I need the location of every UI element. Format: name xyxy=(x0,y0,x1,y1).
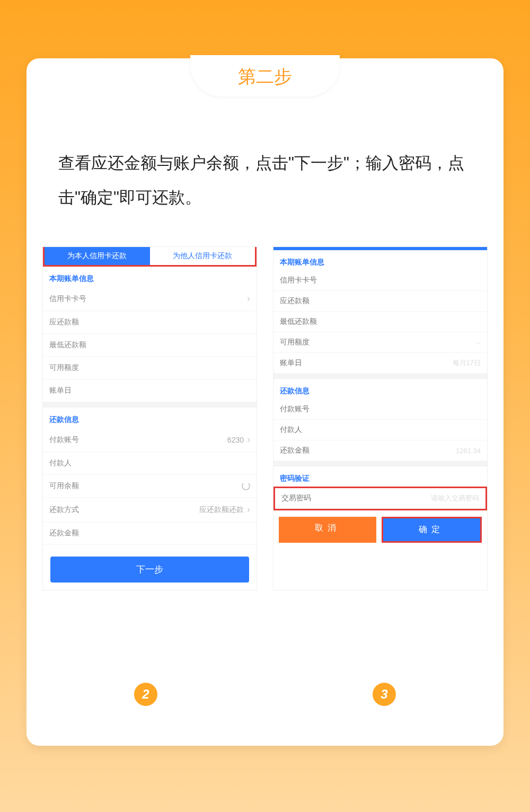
section-repay-info: 还款信息 xyxy=(273,379,487,399)
label-transaction-password: 交易密码 xyxy=(281,493,311,503)
value-bill-day: 每月17日 xyxy=(453,358,481,368)
row-bill-day: 账单日每月17日 xyxy=(273,353,487,374)
row-credit-limit: 可用额度 xyxy=(43,357,257,379)
row-credit-limit: 可用额度-- xyxy=(273,332,487,353)
label-payer: 付款人 xyxy=(280,425,302,435)
tab-self-repay[interactable]: 为本人信用卡还款 xyxy=(45,247,150,265)
row-card-number[interactable]: 信用卡卡号 › xyxy=(43,287,257,311)
cancel-button[interactable]: 取消 xyxy=(279,517,376,543)
screenshot-step-2: 为本人信用卡还款 为他人信用卡还款 本期账单信息 信用卡卡号 › 应还款额 最低… xyxy=(42,246,257,590)
label-pay-account: 付款账号 xyxy=(280,404,310,414)
screenshot-step-3: 本期账单信息 信用卡卡号 应还款额 最低还款额 可用额度-- 账单日每月17日 … xyxy=(273,246,488,590)
next-button[interactable]: 下一步 xyxy=(50,557,249,582)
row-repay-amount: 还款金额1261.34 xyxy=(273,440,487,461)
row-repay-method[interactable]: 还款方式 应还款额还款› xyxy=(43,498,257,522)
label-due-amount: 应还款额 xyxy=(49,317,79,327)
row-min-amount: 最低还款额 xyxy=(43,334,257,357)
repay-type-tabs: 为本人信用卡还款 为他人信用卡还款 xyxy=(43,247,257,267)
row-available-balance: 可用余额 xyxy=(43,475,257,498)
row-min-amount: 最低还款额 xyxy=(273,312,487,332)
row-due-amount: 应还款额 xyxy=(273,291,487,312)
value-pay-account: 6230 xyxy=(227,436,244,444)
tab-other-repay[interactable]: 为他人信用卡还款 xyxy=(150,247,255,265)
label-available-balance: 可用余额 xyxy=(49,481,79,491)
label-card-number: 信用卡卡号 xyxy=(280,276,317,285)
value-repay-method: 应还款额还款 xyxy=(199,505,244,515)
label-min-amount: 最低还款额 xyxy=(280,317,317,326)
label-repay-amount: 还款金额 xyxy=(49,528,79,538)
instruction-card: 第二步 查看应还金额与账户余额，点击"下一步"；输入密码，点击"确定"即可还款。… xyxy=(26,58,504,746)
row-payer: 付款人 xyxy=(43,452,257,475)
row-due-amount: 应还款额 xyxy=(43,311,257,334)
step-number-badges: 2 3 xyxy=(26,683,504,706)
badge-step-2: 2 xyxy=(134,683,157,706)
password-highlight-box: 交易密码 请输入交易密码 xyxy=(273,487,487,510)
refresh-icon[interactable] xyxy=(242,482,250,490)
label-min-amount: 最低还款额 xyxy=(49,340,86,350)
section-bill-info: 本期账单信息 xyxy=(273,250,487,270)
row-card-number: 信用卡卡号 xyxy=(273,270,487,291)
value-repay-amount: 1261.34 xyxy=(456,447,481,455)
chevron-right-icon: › xyxy=(247,434,250,445)
row-transaction-password[interactable]: 交易密码 请输入交易密码 xyxy=(275,488,485,509)
action-buttons: 取消 确定 xyxy=(273,510,487,549)
label-repay-method: 还款方式 xyxy=(49,505,79,515)
label-due-amount: 应还款额 xyxy=(280,296,310,306)
screenshots-row: 为本人信用卡还款 为他人信用卡还款 本期账单信息 信用卡卡号 › 应还款额 最低… xyxy=(42,246,488,590)
row-pay-account[interactable]: 付款账号 6230› xyxy=(43,428,257,452)
row-pay-account: 付款账号 xyxy=(273,399,487,420)
label-bill-day: 账单日 xyxy=(49,386,72,395)
label-credit-limit: 可用额度 xyxy=(49,363,79,373)
label-pay-account: 付款账号 xyxy=(49,435,79,445)
section-password: 密码验证 xyxy=(273,466,487,487)
label-payer: 付款人 xyxy=(49,458,72,468)
confirm-button[interactable]: 确定 xyxy=(383,518,481,541)
badge-step-3: 3 xyxy=(373,683,396,706)
label-credit-limit: 可用额度 xyxy=(280,338,310,347)
label-repay-amount: 还款金额 xyxy=(280,446,310,455)
chevron-right-icon: › xyxy=(247,504,250,515)
row-bill-day: 账单日 xyxy=(43,379,257,402)
label-card-number: 信用卡卡号 xyxy=(49,294,86,304)
chevron-right-icon: › xyxy=(247,293,250,304)
step-title-tab: 第二步 xyxy=(190,55,340,96)
instruction-text: 查看应还金额与账户余额，点击"下一步"；输入密码，点击"确定"即可还款。 xyxy=(58,146,472,215)
label-bill-day: 账单日 xyxy=(280,358,302,368)
section-bill-info: 本期账单信息 xyxy=(43,267,257,287)
password-input[interactable]: 请输入交易密码 xyxy=(431,493,479,503)
confirm-highlight-box: 确定 xyxy=(382,517,482,543)
section-repay-info: 还款信息 xyxy=(43,408,257,428)
row-payer: 付款人 xyxy=(273,420,487,440)
row-repay-amount: 还款金额 xyxy=(43,522,257,545)
